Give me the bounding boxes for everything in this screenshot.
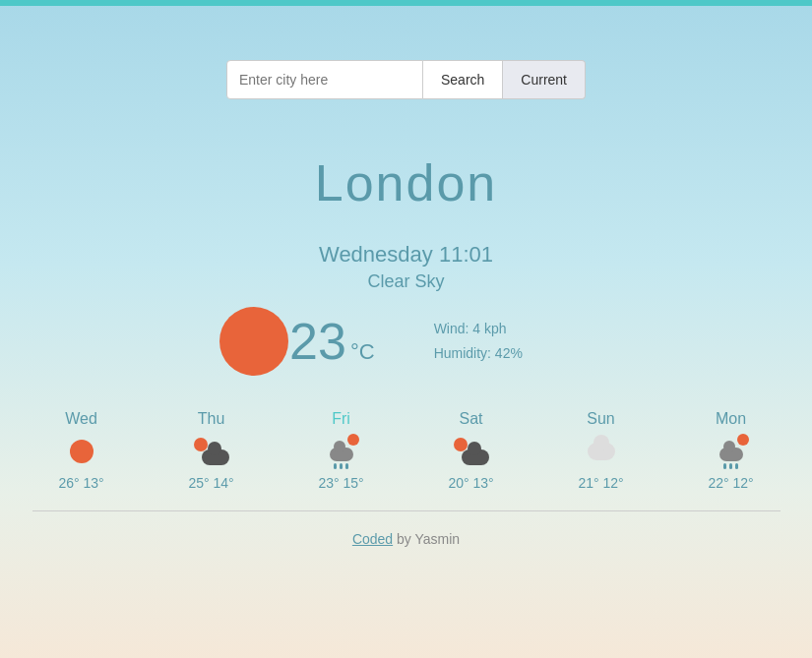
weather-icon (454, 434, 489, 469)
main-sun-icon (219, 307, 288, 376)
weather-icon (584, 434, 619, 469)
city-name: London (315, 153, 498, 212)
day-label: Thu (198, 410, 225, 428)
main-weather: 23 °C Wind: 4 kph Humidity: 42% (160, 312, 653, 371)
forecast-day: Wed26° 13° (32, 410, 131, 491)
current-button[interactable]: Current (503, 60, 586, 99)
weather-icon (714, 434, 749, 469)
weather-icon (194, 434, 229, 469)
search-button[interactable]: Search (423, 60, 503, 99)
wind-humidity: Wind: 4 kph Humidity: 42% (434, 317, 523, 366)
wind-info: Wind: 4 kph (434, 317, 523, 341)
temp-range: 25° 14° (188, 475, 233, 491)
forecast-day: Mon22° 12° (682, 410, 781, 491)
temp-range: 22° 12° (708, 475, 753, 491)
humidity-info: Humidity: 42% (434, 341, 523, 366)
city-input[interactable] (226, 60, 423, 99)
datetime-section: Wednesday 11:01 Clear Sky (319, 242, 493, 292)
footer: Coded by Yasmin (352, 531, 460, 547)
day-label: Sat (459, 410, 482, 428)
coded-link[interactable]: Coded (352, 531, 393, 547)
weather-icon (64, 434, 99, 469)
forecast-day: Thu25° 14° (162, 410, 261, 491)
forecast-area: Wed26° 13°Thu25° 14°Fri23° 15°Sat20° 13°… (32, 410, 781, 511)
day-label: Fri (332, 410, 350, 428)
temperature: 23 (289, 312, 346, 371)
temp-unit: °C (350, 339, 375, 365)
top-bar (0, 0, 812, 6)
temp-range: 26° 13° (58, 475, 103, 491)
weather-condition: Clear Sky (319, 271, 493, 292)
forecast-day: Sun21° 12° (552, 410, 651, 491)
temp-range: 23° 15° (318, 475, 363, 491)
temp-range: 20° 13° (448, 475, 493, 491)
day-label: Sun (587, 410, 614, 428)
weather-icon (324, 434, 359, 469)
day-label: Wed (65, 410, 97, 428)
forecast-day: Fri23° 15° (292, 410, 391, 491)
search-area: Search Current (226, 60, 586, 99)
temp-range: 21° 12° (578, 475, 623, 491)
date-time: Wednesday 11:01 (319, 242, 493, 268)
footer-by: by Yasmin (393, 531, 460, 547)
day-label: Mon (716, 410, 746, 428)
forecast-day: Sat20° 13° (422, 410, 521, 491)
